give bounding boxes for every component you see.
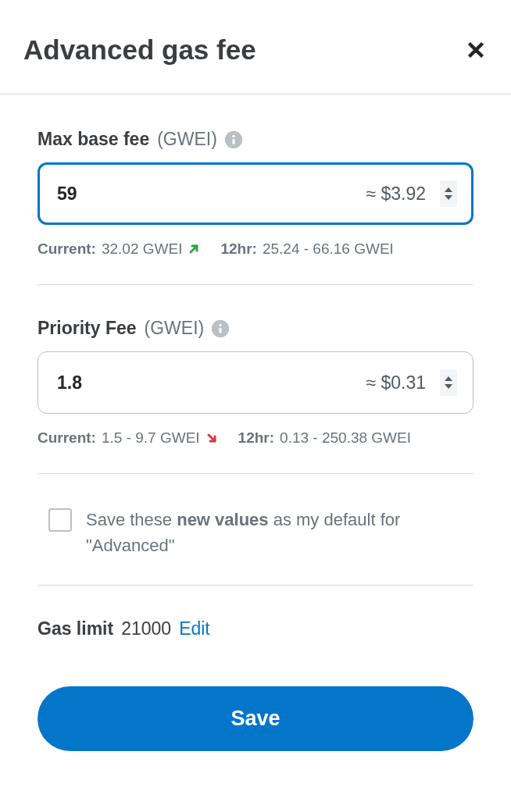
max-base-fee-input-right: ≈ $3.92 xyxy=(366,180,457,207)
stepper-down-icon[interactable] xyxy=(444,194,453,201)
max-base-fee-section: Max base fee (GWEI) ≈ $3.92 xyxy=(38,129,473,285)
divider xyxy=(38,284,473,285)
priority-fee-fiat: ≈ $0.31 xyxy=(366,372,426,394)
svg-point-4 xyxy=(220,323,222,326)
max-base-fee-input-box[interactable]: ≈ $3.92 xyxy=(38,162,473,225)
trend-up-icon xyxy=(188,243,200,255)
priority-fee-unit: (GWEI) xyxy=(145,318,205,339)
save-default-checkbox[interactable] xyxy=(48,508,72,532)
modal-title: Advanced gas fee xyxy=(23,34,256,66)
divider xyxy=(38,585,473,586)
priority-fee-input-right: ≈ $0.31 xyxy=(366,369,457,396)
stepper-up-icon[interactable] xyxy=(444,375,453,383)
svg-point-1 xyxy=(232,134,234,137)
svg-rect-2 xyxy=(232,138,234,144)
divider xyxy=(38,473,473,474)
close-icon[interactable] xyxy=(464,38,488,62)
current-value: 1.5 - 9.7 GWEI xyxy=(102,429,200,447)
info-icon[interactable] xyxy=(225,131,242,148)
max-base-fee-label: Max base fee xyxy=(38,129,149,150)
twelve-hr-label: 12hr: xyxy=(220,240,256,258)
max-base-fee-input[interactable] xyxy=(57,183,366,205)
priority-fee-stepper xyxy=(440,369,457,396)
priority-fee-label-row: Priority Fee (GWEI) xyxy=(38,318,473,339)
current-value: 32.02 GWEI xyxy=(102,240,183,258)
max-base-fee-unit: (GWEI) xyxy=(157,129,217,150)
gas-limit-value: 21000 xyxy=(121,618,171,639)
max-base-fee-fiat: ≈ $3.92 xyxy=(366,183,426,205)
priority-fee-input[interactable] xyxy=(57,372,366,394)
save-default-row: Save these new values as my default for … xyxy=(38,507,473,558)
gas-limit-row: Gas limit 21000 Edit xyxy=(38,618,473,639)
gas-limit-label: Gas limit xyxy=(38,618,113,639)
modal-header: Advanced gas fee xyxy=(0,0,511,94)
priority-fee-section: Priority Fee (GWEI) ≈ $0.31 xyxy=(38,318,473,474)
priority-fee-stats: Current: 1.5 - 9.7 GWEI 12hr: 0.13 - 250… xyxy=(38,429,473,447)
max-base-fee-label-row: Max base fee (GWEI) xyxy=(38,129,473,150)
current-label: Current: xyxy=(38,429,96,447)
svg-rect-5 xyxy=(220,327,222,333)
priority-fee-label: Priority Fee xyxy=(38,318,137,339)
checkbox-text-bold: new values xyxy=(177,510,268,529)
save-default-label: Save these new values as my default for … xyxy=(86,507,473,558)
save-button[interactable]: Save xyxy=(38,686,473,751)
twelve-hr-value: 0.13 - 250.38 GWEI xyxy=(280,429,411,447)
trend-down-icon xyxy=(205,432,218,444)
info-icon[interactable] xyxy=(212,320,229,337)
priority-fee-input-box[interactable]: ≈ $0.31 xyxy=(38,351,473,414)
max-base-fee-stats: Current: 32.02 GWEI 12hr: 25.24 - 66.16 … xyxy=(38,240,473,258)
modal-content: Max base fee (GWEI) ≈ $3.92 xyxy=(0,94,511,751)
twelve-hr-label: 12hr: xyxy=(238,429,274,447)
stepper-down-icon[interactable] xyxy=(444,383,453,390)
gas-fee-modal: Advanced gas fee Max base fee (GWEI) xyxy=(0,0,511,751)
current-label: Current: xyxy=(38,240,96,258)
max-base-fee-stepper xyxy=(440,180,457,207)
stepper-up-icon[interactable] xyxy=(444,186,453,194)
twelve-hr-value: 25.24 - 66.16 GWEI xyxy=(263,240,394,258)
checkbox-text-prefix: Save these xyxy=(86,510,177,529)
edit-link[interactable]: Edit xyxy=(179,618,210,639)
